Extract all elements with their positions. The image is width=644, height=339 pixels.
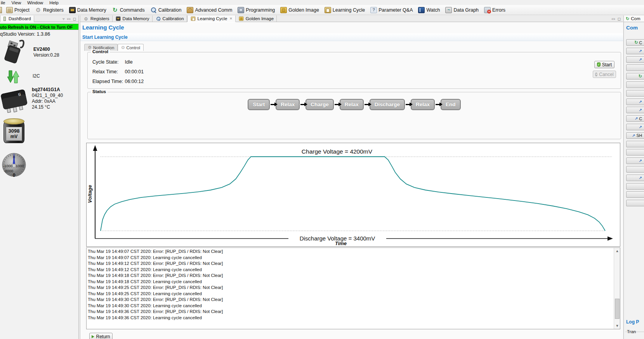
blue-icon: ↗ [632,133,635,138]
toolbar-watch[interactable]: Watch [415,5,443,15]
section-title: Start Learning Cycle [82,35,128,40]
toolbar-advanced-comm[interactable]: Advanced Comm [184,5,235,15]
device-info: bq27441G1A 0421_1_09_40 Addr: 0xAA 24.15… [32,87,63,110]
y-axis-arrowhead [93,145,97,151]
command-button-17[interactable]: ↗ [626,175,644,181]
flow-step-charge: Charge [306,99,334,110]
command-button-19[interactable] [626,191,644,198]
toolbar-programming[interactable]: Programming [235,5,278,15]
calibration-icon [156,17,160,21]
blue-icon: ↗ [639,100,642,104]
scroll-down-icon[interactable]: ▼ [614,323,620,329]
elapsed-time-label: Elapsed Time: [92,79,123,84]
dashboard-window-buttons: ▿ ▭ ◻ [62,16,78,22]
log-scrollbar[interactable]: ▲ ▼ [614,248,620,329]
toolbar-errors[interactable]: Errors [481,5,508,15]
menu-help[interactable]: Help [49,0,59,5]
menu-ile[interactable]: ile [1,0,5,5]
data-memory-icon [69,7,76,13]
cancel-x-icon: ✕ [595,73,597,76]
command-button-2[interactable]: ↗ [626,48,644,54]
view-menu-icon[interactable]: ▿ [62,17,64,21]
toolbar-project[interactable]: Project [3,5,32,15]
flow-step-relax: Relax [411,99,435,110]
command-button-8[interactable]: ↗ [626,99,644,105]
scrollbar-thumb[interactable] [615,299,620,319]
inner-tab-control[interactable]: ⊙Control [118,44,144,51]
toolbar-calibration[interactable]: Calibration [148,5,184,15]
menu-window[interactable]: Window [27,0,43,5]
toolbar-label-learning-cycle: Learning Cycle [333,7,365,13]
toolbar-registers[interactable]: Registers [32,5,66,15]
toolbar-label-project: Project [14,7,30,13]
toolbar-learning-cycle[interactable]: Learning Cycle [322,5,368,15]
command-button-15[interactable]: ↗ [626,157,644,164]
device-name: bq27441G1A [32,87,63,93]
dashboard-tab-label: DashBoard [9,16,31,21]
toolbar-parameter-q-a[interactable]: Parameter Q&A [368,5,415,15]
command-button-14[interactable] [626,149,644,156]
log-line: Thu Mar 19 14:49:36 CST 2020: Error: [RU… [88,309,613,315]
editor-tabbar: RegistersData MemoryCalibrationLearning … [80,16,623,22]
command-button-c[interactable]: ↻C [626,39,644,46]
toolbar-data-graph[interactable]: Data Graph [443,5,481,15]
auto-refresh-banner[interactable]: uto Refresh is ON - Click to Turn OF [0,24,78,30]
toolbar-golden-image[interactable]: Golden Image [278,5,322,15]
command-button-16[interactable] [626,166,644,173]
golden-image-icon [239,17,244,21]
tab-calibration[interactable]: Calibration [153,16,187,22]
log-panel-header: Log P [626,319,639,325]
tab-commands[interactable]: ↻ Com [624,16,644,22]
command-button-20[interactable] [626,200,644,206]
command-button-sh[interactable]: ↗SH [626,132,644,139]
gauge-label-lower-left: -2000 [4,169,13,173]
editor-area: RegistersData MemoryCalibrationLearning … [80,16,623,339]
tab-golden-image[interactable]: Golden Image [236,16,277,22]
cycle-state-label: Cycle State: [92,59,123,65]
toolbar-data-memory[interactable]: Data Memory [66,5,109,15]
elapsed-time-row: Elapsed Time: 06:00:12 [92,79,144,84]
log-line: Thu Mar 19 14:49:25 CST 2020: Learning c… [88,291,613,297]
relax-time-row: Relax Time: 00:00:01 [92,69,144,74]
command-button-7[interactable] [626,90,644,97]
command-button-13[interactable] [626,141,644,147]
menu-view[interactable]: View [12,0,21,5]
adapter-version: Version:0.28 [33,52,59,58]
learning-cycle-icon [191,17,195,21]
command-button-9[interactable]: ↗ [626,107,644,113]
tab-label-data-memory: Data Memory [123,16,149,21]
command-button-11[interactable]: ↗ [626,124,644,130]
command-button-3[interactable]: ↗ [626,56,644,63]
dashboard-tabbar: DashBoard ▿ ▭ ◻ [0,16,78,22]
start-button[interactable]: ✓ Start [594,61,614,68]
close-icon[interactable]: ✕ [229,17,233,21]
command-button-c[interactable]: ↗C [626,115,644,122]
minimize-icon[interactable]: ▭ [67,17,70,21]
command-button-6[interactable] [626,81,644,88]
command-button-5[interactable]: ↻ [626,73,644,80]
scroll-up-icon[interactable]: ▲ [614,248,620,254]
return-button[interactable]: Return [89,333,113,339]
adapter-name: EV2400 [33,47,59,52]
tab-dashboard[interactable]: DashBoard [0,16,34,22]
toolbar-commands[interactable]: Commands [109,5,148,15]
command-button-18[interactable] [626,183,644,190]
log-line: Thu Mar 19 14:49:30 CST 2020: Learning c… [88,303,613,309]
maximize-icon[interactable]: ◻ [618,17,621,21]
learning-cycle-icon [325,7,331,13]
minimize-icon[interactable]: ▭ [611,17,615,21]
toolbar-label-data-memory: Data Memory [77,7,106,13]
command-button-4[interactable] [626,64,644,71]
tab-learning-cycle[interactable]: Learning Cycle✕ [187,16,236,22]
advanced-comm-icon [187,7,193,13]
maximize-icon[interactable]: ◻ [73,17,76,21]
tab-data-memory[interactable]: Data Memory [113,16,153,22]
inner-tab-label-control: Control [127,45,140,50]
parameter-qa-icon [370,7,377,13]
tab-registers[interactable]: Registers [80,16,113,22]
status-groupbox: Status StartRelaxChargeRelaxDischargeRel… [87,92,621,139]
gauge-label-left: -1000 [3,164,12,168]
cancel-button[interactable]: ✕ Cancel [593,71,616,78]
learning-cycle-log: Thu Mar 19 14:49:07 CST 2020: Error: [RU… [86,247,620,329]
blue-icon: ↗ [639,159,642,163]
